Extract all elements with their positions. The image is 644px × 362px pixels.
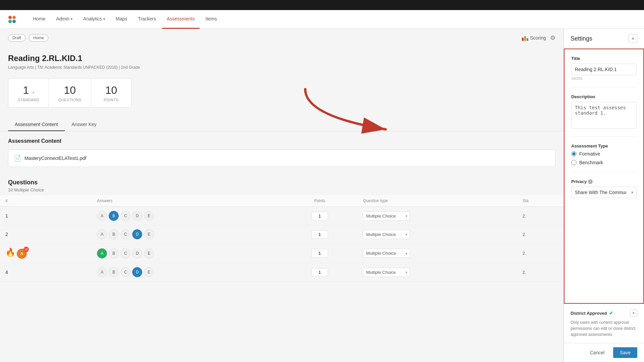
col-points: Points xyxy=(282,195,358,207)
points-input[interactable] xyxy=(311,230,328,239)
answer-a[interactable]: A xyxy=(97,248,107,258)
nav-items[interactable]: Items xyxy=(201,10,222,29)
row-points xyxy=(282,225,358,244)
nav-trackers[interactable]: Trackers xyxy=(133,10,161,29)
radio-formative-input[interactable] xyxy=(571,151,577,157)
row-num: 2 xyxy=(0,225,92,244)
points-input[interactable] xyxy=(311,212,328,220)
divider2 xyxy=(571,136,637,137)
radio-formative-label: Formative xyxy=(579,151,600,157)
settings-form: Title 18/255 Description This test asses… xyxy=(564,49,644,304)
divider xyxy=(571,87,637,87)
answer-d[interactable]: D xyxy=(132,248,142,258)
answer-a[interactable]: A xyxy=(97,267,107,277)
row-answers: A B C D E xyxy=(92,263,282,282)
nav-home[interactable]: Home xyxy=(28,10,50,29)
radio-formative[interactable]: Formative xyxy=(571,151,637,157)
district-close-button[interactable]: × xyxy=(630,309,637,317)
assessment-type-label: Assessment Type xyxy=(571,143,637,148)
answer-d[interactable]: D xyxy=(132,211,142,221)
answer-d[interactable]: D xyxy=(132,267,142,277)
stat-label-points: POINTS xyxy=(101,98,122,102)
answer-c[interactable]: C xyxy=(120,248,130,258)
formative-badge: Home xyxy=(29,34,48,42)
row-num: 🔥 10 A xyxy=(0,244,92,263)
info-icon: i xyxy=(588,179,593,184)
tab-answer-key[interactable]: Answer Key xyxy=(65,118,103,131)
char-count: 18/255 xyxy=(571,76,637,80)
points-input[interactable] xyxy=(311,268,328,277)
row-type: Multiple Choice xyxy=(358,263,517,282)
type-select[interactable]: Multiple Choice xyxy=(363,268,410,277)
nav-admin[interactable]: Admin ▾ xyxy=(51,10,77,29)
district-title-text: District Approved xyxy=(571,311,607,316)
answer-c[interactable]: C xyxy=(120,211,130,221)
type-select[interactable]: Multiple Choice xyxy=(363,230,410,239)
nav-analytics[interactable]: Analytics ▾ xyxy=(78,10,110,29)
navigation: Home Admin ▾ Analytics ▾ Maps Trackers A… xyxy=(0,10,644,29)
answer-a[interactable]: A xyxy=(97,229,107,239)
answer-e[interactable]: E xyxy=(144,248,154,258)
bar3 xyxy=(527,38,528,41)
nav-assessments[interactable]: Assessments xyxy=(162,10,199,29)
content-area: Draft Home Scoring ⚙ Reading 2.RL.KID.1 … xyxy=(0,29,564,362)
questions-table: # Answers Points Question type Sta 1 A B… xyxy=(0,195,564,282)
answer-c[interactable]: C xyxy=(120,229,130,239)
settings-panel: Settings × Title 18/255 Description This… xyxy=(564,29,644,362)
status-bar: Draft Home Scoring ⚙ xyxy=(0,29,564,47)
answer-c[interactable]: C xyxy=(120,267,130,277)
answer-d[interactable]: D xyxy=(132,229,142,239)
table-row: 1 A B C D E Mult xyxy=(0,207,564,225)
points-input[interactable] xyxy=(311,249,328,257)
save-button[interactable]: Save xyxy=(613,347,637,358)
stat-label-standard: STANDARD xyxy=(18,98,39,102)
type-select[interactable]: Multiple Choice xyxy=(363,212,410,221)
chevron-down-icon: ▾ xyxy=(103,17,105,21)
col-answers: Answers xyxy=(92,195,282,207)
radio-group: Formative Benchmark xyxy=(571,151,637,165)
assessment-title: Reading 2.RL.KID.1 xyxy=(8,54,555,63)
scoring-button[interactable]: Scoring xyxy=(522,35,546,41)
content-section: Assessment Content 📄 MasteryConnectELATe… xyxy=(0,131,564,179)
radio-benchmark[interactable]: Benchmark xyxy=(571,160,637,165)
privacy-select-wrapper: Share With The Community Private Distric… xyxy=(571,187,637,198)
answer-b[interactable]: B xyxy=(109,211,119,221)
answer-b[interactable]: B xyxy=(109,229,119,239)
tab-assessment-content[interactable]: Assessment Content xyxy=(8,118,65,131)
info-icon: ℹ xyxy=(33,90,34,95)
answer-e[interactable]: E xyxy=(144,211,154,221)
questions-subtitle: 10 Multiple Choice xyxy=(8,187,555,192)
svg-point-1 xyxy=(12,16,16,19)
settings-close-button[interactable]: × xyxy=(629,34,637,43)
description-textarea[interactable]: This test assesses standard 1. xyxy=(571,102,637,129)
answer-a[interactable]: A xyxy=(97,211,107,221)
bar1 xyxy=(522,38,524,41)
answer-e[interactable]: E xyxy=(144,267,154,277)
row-points xyxy=(282,244,358,263)
row-type: Multiple Choice xyxy=(358,244,517,263)
row-std: 2. xyxy=(517,263,564,282)
cancel-button[interactable]: Cancel xyxy=(584,347,610,358)
type-select[interactable]: Multiple Choice xyxy=(363,249,410,258)
settings-title: Settings xyxy=(571,35,592,42)
title-input[interactable] xyxy=(571,64,637,75)
status-badges: Draft Home xyxy=(8,34,48,42)
radio-benchmark-input[interactable] xyxy=(571,160,577,165)
content-tabs: Assessment Content Answer Key xyxy=(0,113,564,131)
col-num: # xyxy=(0,195,92,207)
answer-b[interactable]: B xyxy=(109,248,119,258)
assessment-subtitle: Language Arts | TN: Academic Standards U… xyxy=(8,65,555,70)
main-layout: Draft Home Scoring ⚙ Reading 2.RL.KID.1 … xyxy=(0,29,644,362)
status-actions: Scoring ⚙ xyxy=(522,34,555,42)
answer-e[interactable]: E xyxy=(144,229,154,239)
file-item[interactable]: 📄 MasteryConnectELATest1.pdf xyxy=(8,149,555,167)
stat-points: 10 POINTS xyxy=(91,78,131,108)
gear-icon[interactable]: ⚙ xyxy=(550,34,555,42)
privacy-select[interactable]: Share With The Community Private Distric… xyxy=(571,187,637,198)
title-label: Title xyxy=(571,56,637,61)
settings-footer: Cancel Save xyxy=(564,343,644,362)
nav-maps[interactable]: Maps xyxy=(111,10,132,29)
svg-point-3 xyxy=(12,20,16,23)
questions-title: Questions xyxy=(8,179,555,186)
answer-b[interactable]: B xyxy=(109,267,119,277)
